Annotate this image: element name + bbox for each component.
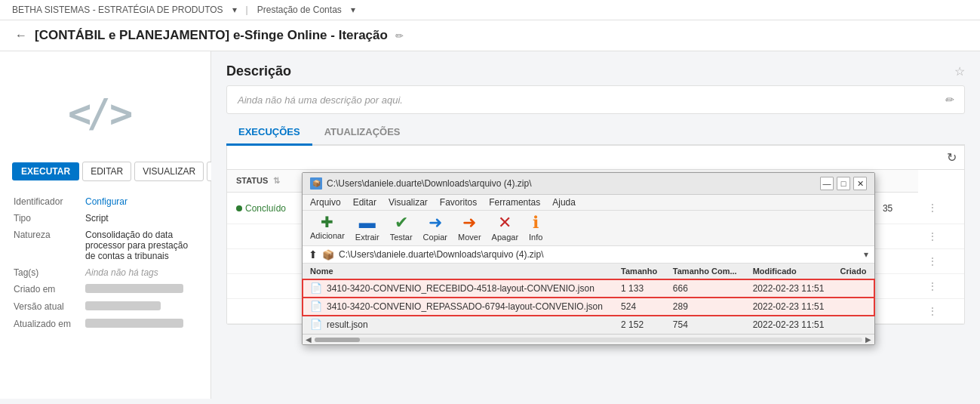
fm-close-button[interactable]: ✕ xyxy=(853,177,867,190)
fm-path-dropdown[interactable]: ▾ xyxy=(864,249,868,260)
share-cell: ⋮ xyxy=(918,193,964,224)
page-edit-icon[interactable]: ✏ xyxy=(395,30,404,42)
share-icon-4[interactable]: ⋮ xyxy=(927,280,938,292)
fm-scroll-track[interactable] xyxy=(315,338,862,342)
fm-copy-label: Copiar xyxy=(423,233,447,242)
content-area: Descrição ☆ Ainda não há uma descrição p… xyxy=(211,51,980,399)
fm-th-size: Tamanho xyxy=(613,264,665,279)
fm-scroll-left[interactable]: ◀ xyxy=(306,335,312,344)
fm-menu-ferramentas[interactable]: Ferramentas xyxy=(489,197,540,208)
nav-dropdown2[interactable]: ▾ xyxy=(351,5,355,15)
tab-execucoes[interactable]: EXECUÇÕES xyxy=(226,120,312,146)
status-sort-icon: ⇅ xyxy=(273,176,280,185)
fm-file-row-2[interactable]: 📄 3410-3420-CONVENIO_REPASSADO-6794-layo… xyxy=(303,298,874,316)
share-icon-3[interactable]: ⋮ xyxy=(927,255,938,267)
nav-dropdown1[interactable]: ▾ xyxy=(232,5,237,15)
fm-tool-adicionar[interactable]: ✚ Adicionar xyxy=(310,214,345,240)
fm-info-icon: ℹ xyxy=(533,214,539,231)
fm-move-icon: ➜ xyxy=(462,214,476,231)
share-icon-2[interactable]: ⋮ xyxy=(927,230,938,242)
fm-file-label-3: result.json xyxy=(327,319,368,330)
meta-row-atualizado: Atualizado em xyxy=(12,316,198,333)
versao-value xyxy=(84,298,198,316)
tags-label: Tag(s) xyxy=(12,264,84,281)
fm-file-row-3[interactable]: 📄 result.json 2 152 754 2022-02-23 11:51 xyxy=(303,316,874,334)
pencil-icon[interactable]: ✏ xyxy=(945,94,954,106)
fm-maximize-button[interactable]: □ xyxy=(837,177,850,190)
tabs-bar: EXECUÇÕES ATUALIZAÇÕES xyxy=(226,120,965,146)
fm-file-created-2 xyxy=(833,298,874,316)
fm-file-size-2: 524 xyxy=(613,298,665,316)
meta-row-tipo: Tipo Script xyxy=(12,210,198,227)
top-nav: BETHA SISTEMAS - ESTRATÉGIA DE PRODUTOS … xyxy=(0,0,980,20)
fm-add-icon: ✚ xyxy=(321,214,333,230)
fm-th-modified: Modificado xyxy=(745,264,833,279)
description-box: Ainda não há uma descrição por aqui. ✏ xyxy=(226,85,965,114)
fm-menu-ajuda[interactable]: Ajuda xyxy=(552,197,576,208)
visualizar-button[interactable]: VISUALIZAR xyxy=(134,162,204,181)
fm-title-left: 📦 C:\Users\daniele.duarte\Downloads\arqu… xyxy=(310,177,531,190)
file-manager-popup: 📦 C:\Users\daniele.duarte\Downloads\arqu… xyxy=(302,172,875,345)
fm-menu-favoritos[interactable]: Favoritos xyxy=(440,197,477,208)
refresh-icon[interactable]: ↻ xyxy=(947,150,957,165)
fm-tool-testar[interactable]: ✔ Testar xyxy=(390,214,413,242)
atualizado-value xyxy=(84,316,198,333)
fm-tool-extrair[interactable]: ▬ Extrair xyxy=(355,214,379,242)
fm-file-modified-3: 2022-02-23 11:51 xyxy=(745,316,833,334)
section-label: Prestação de Contas xyxy=(257,5,342,15)
fm-file-name-3: 📄 result.json xyxy=(303,316,613,334)
fm-tool-info[interactable]: ℹ Info xyxy=(529,214,542,242)
atualizado-blurred xyxy=(85,319,183,328)
criado-blurred xyxy=(85,284,183,293)
versao-cell: 35 xyxy=(874,193,919,224)
fm-file-table: Nome Tamanho Tamanho Com... Modificado C… xyxy=(303,264,874,334)
fm-file-icon-1: 📄 xyxy=(310,282,322,294)
fm-tool-copiar[interactable]: ➜ Copiar xyxy=(423,214,447,242)
fm-info-label: Info xyxy=(529,233,542,242)
fm-controls: — □ ✕ xyxy=(820,177,867,190)
description-text: Ainda não há uma descrição por aqui. xyxy=(238,94,403,106)
fm-menu-editar[interactable]: Editar xyxy=(353,197,376,208)
back-button[interactable]: ← xyxy=(15,29,27,42)
fm-file-icon-2: 📄 xyxy=(310,301,322,312)
fm-file-row-1[interactable]: 📄 3410-3420-CONVENIO_RECEBIDO-4518-layou… xyxy=(303,279,874,298)
fm-scroll-thumb xyxy=(315,338,360,342)
fm-th-size-comp: Tamanho Com... xyxy=(665,264,745,279)
fm-scroll-right[interactable]: ▶ xyxy=(865,335,871,344)
fm-file-created-1 xyxy=(833,279,874,298)
meta-table: Identificador Configurar Tipo Script Nat… xyxy=(12,193,198,333)
fm-file-label-2: 3410-3420-CONVENIO_REPASSADO-6794-layout… xyxy=(327,301,603,312)
identificador-link[interactable]: Configurar xyxy=(85,196,127,207)
executar-button[interactable]: EXECUTAR xyxy=(12,162,79,180)
fm-extract-label: Extrair xyxy=(355,233,379,242)
fm-tool-apagar[interactable]: ✕ Apagar xyxy=(492,214,518,242)
fm-title-text: C:\Users\daniele.duarte\Downloads\arquiv… xyxy=(327,178,531,189)
star-icon[interactable]: ☆ xyxy=(954,64,965,79)
page-title: [CONTÁBIL e PLANEJAMENTO] e-Sfinge Onlin… xyxy=(35,28,388,43)
share-icon-5[interactable]: ⋮ xyxy=(927,305,938,317)
fm-zip-icon: 📦 xyxy=(310,177,322,190)
svg-text:/: / xyxy=(87,91,110,136)
fm-toolbar: ✚ Adicionar ▬ Extrair ✔ Testar ➜ Copiar … xyxy=(303,211,874,246)
fm-menu-arquivo[interactable]: Arquivo xyxy=(310,197,341,208)
fm-scrollbar: ◀ ▶ xyxy=(303,334,874,344)
action-buttons: EXECUTAR EDITAR VISUALIZAR ⚙ ▾ xyxy=(12,162,198,181)
fm-file-sizecomp-1: 666 xyxy=(665,279,745,298)
fm-th-created: Criado xyxy=(833,264,874,279)
fm-tool-mover[interactable]: ➜ Mover xyxy=(458,214,481,242)
fm-menu-visualizar[interactable]: Visualizar xyxy=(389,197,428,208)
fm-file-modified-2: 2022-02-23 11:51 xyxy=(745,298,833,316)
logo-svg: < / > xyxy=(64,82,147,142)
editar-button[interactable]: EDITAR xyxy=(82,162,131,181)
content-header: Descrição ☆ xyxy=(226,63,965,79)
fm-path-bar: ⬆ 📦 C:\Users\daniele.duarte\Downloads\ar… xyxy=(303,246,874,264)
page-header: ← [CONTÁBIL e PLANEJAMENTO] e-Sfinge Onl… xyxy=(0,20,980,51)
version-num: 35 xyxy=(883,203,892,214)
fm-copy-icon: ➜ xyxy=(429,214,442,231)
company-label: BETHA SISTEMAS - ESTRATÉGIA DE PRODUTOS xyxy=(12,5,223,15)
fm-extract-icon: ▬ xyxy=(359,214,376,231)
fm-path-back-button[interactable]: ⬆ xyxy=(309,248,318,261)
fm-minimize-button[interactable]: — xyxy=(820,177,834,190)
share-icon[interactable]: ⋮ xyxy=(927,202,938,214)
tab-atualizacoes[interactable]: ATUALIZAÇÕES xyxy=(312,120,413,146)
